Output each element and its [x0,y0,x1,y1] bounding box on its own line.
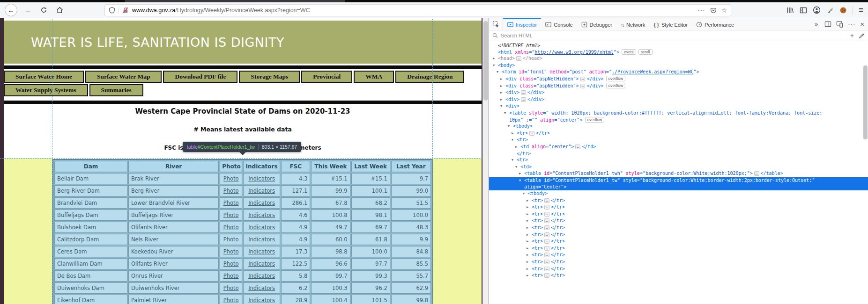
twisty-closed-icon[interactable]: ▶ [500,76,505,83]
twisty-closed-icon[interactable]: ▶ [519,171,524,177]
reload-button[interactable] [38,5,49,16]
indicators-link[interactable]: Indicators [248,248,275,255]
tree-node[interactable]: ▶<table id="ContentPlaceHolder1_twh" sty… [489,170,868,177]
photo-link[interactable]: Photo [223,236,239,243]
collapsed-content-icon[interactable]: … [580,84,586,88]
indicators-link[interactable]: Indicators [248,175,275,182]
insecure-lock-icon[interactable] [122,7,129,14]
nav-button-download-pdf-file[interactable]: Download PDF file [163,71,237,83]
nav-button-wma[interactable]: WMA [354,71,394,83]
collapsed-content-icon[interactable]: … [544,232,549,237]
collapsed-content-icon[interactable]: … [544,239,549,244]
twisty-closed-icon[interactable]: ▶ [527,225,532,232]
pocket-icon[interactable] [710,7,717,14]
tree-node[interactable]: ▼<tbody> [489,190,868,197]
twisty-open-icon[interactable]: ▼ [519,178,524,184]
twisty-closed-icon[interactable]: ▶ [500,83,505,90]
tree-node[interactable]: ▶<tr>…</tr> [489,266,868,273]
twisty-open-icon[interactable]: ▼ [500,103,505,110]
twisty-closed-icon[interactable]: ▶ [527,239,532,245]
tree-node[interactable]: 10px" ;="" align="center">overflow [489,117,868,123]
tree-node[interactable]: ▶<div class="aspNetHidden">…</div>overfl… [489,83,868,90]
twisty-open-icon[interactable]: ▼ [523,191,528,197]
tree-node[interactable]: <!DOCTYPE html> [489,43,868,49]
eyedropper-icon[interactable] [859,33,865,39]
indicators-link[interactable]: Indicators [248,261,275,267]
indicators-link[interactable]: Indicators [248,212,275,218]
indicators-link[interactable]: Indicators [248,285,275,291]
twisty-closed-icon[interactable]: ▶ [527,204,532,211]
tree-node[interactable]: ▶<tr>…</tr> [489,272,868,279]
devtools-tab-inspector[interactable]: Inspector [503,18,541,30]
badge-scroll[interactable]: scroll [638,49,653,55]
twisty-open-icon[interactable]: ▼ [508,123,513,130]
photo-link[interactable]: Photo [223,297,239,304]
indicators-link[interactable]: Indicators [248,273,275,279]
twisty-closed-icon[interactable]: ▶ [500,90,505,96]
twisty-open-icon[interactable]: ▼ [512,137,517,144]
tree-node[interactable]: ▶<tr>…</tr> [489,238,868,245]
indicators-link[interactable]: Indicators [248,200,275,206]
twisty-open-icon[interactable]: ▼ [512,157,517,164]
photo-link[interactable]: Photo [223,175,239,182]
split-console-icon[interactable] [824,21,831,28]
twisty-open-icon[interactable]: ▼ [493,63,498,69]
twisty-open-icon[interactable]: ▼ [497,69,502,76]
collapsed-content-icon[interactable]: … [544,246,549,251]
responsive-mode-icon[interactable] [836,21,843,28]
collapsed-content-icon[interactable]: … [754,171,759,176]
photo-link[interactable]: Photo [223,248,239,255]
devtools-tab-debugger[interactable]: Debugger [577,18,616,30]
twisty-closed-icon[interactable]: ▶ [527,259,532,266]
nav-button-summaries[interactable]: Summaries [89,84,143,96]
twisty-open-icon[interactable]: ▼ [504,110,509,117]
badge-overflow[interactable]: overflow [606,83,626,88]
tree-node[interactable]: ▶<div>…</div> [489,89,868,96]
tree-node[interactable]: ▼<tr> [489,137,868,144]
twisty-closed-icon[interactable]: ▶ [527,232,532,239]
indicators-link[interactable]: Indicators [248,224,275,231]
tree-node[interactable]: ▶<tr>…</tr> [489,130,868,137]
photo-link[interactable]: Photo [223,273,239,279]
cookie-extension-icon[interactable] [839,7,847,14]
tree-node[interactable]: ▶<td align="center">…</td> [489,144,868,151]
twisty-closed-icon[interactable]: ▶ [512,130,517,137]
collapsed-content-icon[interactable]: … [544,198,549,203]
tree-node[interactable]: ▶<tr>…</tr> [489,217,868,224]
tree-node[interactable]: ▼<table style=" width: 1020px; backgroun… [489,110,868,117]
more-tools-chevron[interactable]: » [812,18,821,30]
twisty-closed-icon[interactable]: ▶ [527,246,532,252]
badge-overflow[interactable]: overflow [585,117,605,123]
devtools-tab-performance[interactable]: Performance [692,18,738,30]
twisty-closed-icon[interactable]: ▶ [527,218,532,224]
twisty-open-icon[interactable]: ▼ [515,164,520,171]
twisty-closed-icon[interactable]: ▶ [527,266,532,273]
twisty-closed-icon[interactable]: ▶ [493,56,498,62]
devtools-scrollbar-thumb[interactable] [863,65,868,139]
tree-node[interactable]: ▶<tr>…</tr> [489,211,868,218]
sidebar-icon[interactable] [800,7,807,14]
create-node-button[interactable]: + [848,32,856,39]
account-icon[interactable] [813,6,821,14]
tree-node[interactable]: ▼<tr> [489,157,868,164]
tree-node[interactable]: ▶<tr>…</tr> [489,232,868,239]
tree-node[interactable]: ▼<td> [489,164,868,171]
indicators-link[interactable]: Indicators [248,236,275,243]
tree-node[interactable]: ▶<tr>…</tr> [489,252,868,259]
tree-node[interactable]: </tr> [489,151,868,157]
extension-arrow-icon[interactable] [826,7,834,14]
badge-overflow[interactable]: overflow [606,76,626,81]
tree-node[interactable]: ▶<div class="aspNetHidden">…</div>overfl… [489,76,868,83]
collapsed-content-icon[interactable]: … [544,260,549,264]
devtools-meatball-menu-icon[interactable]: ··· [848,21,855,28]
collapsed-content-icon[interactable]: … [580,77,586,81]
nav-button-surface-water-home[interactable]: Surface Water Home [4,71,84,83]
url-bar[interactable]: www.dwa.gov.za/Hydrology/Weekly/Province… [104,4,731,16]
tree-node[interactable]: ▶<head>…</head> [489,55,868,62]
twisty-closed-icon[interactable]: ▶ [500,97,505,103]
tree-node-selected[interactable]: align="Center"> [489,184,868,190]
badge-event[interactable]: event [622,49,636,55]
devtools-tab-network[interactable]: ↑↓Network [616,18,649,30]
collapsed-content-icon[interactable]: … [544,253,549,257]
tree-node[interactable]: ▼<body> [489,62,868,69]
